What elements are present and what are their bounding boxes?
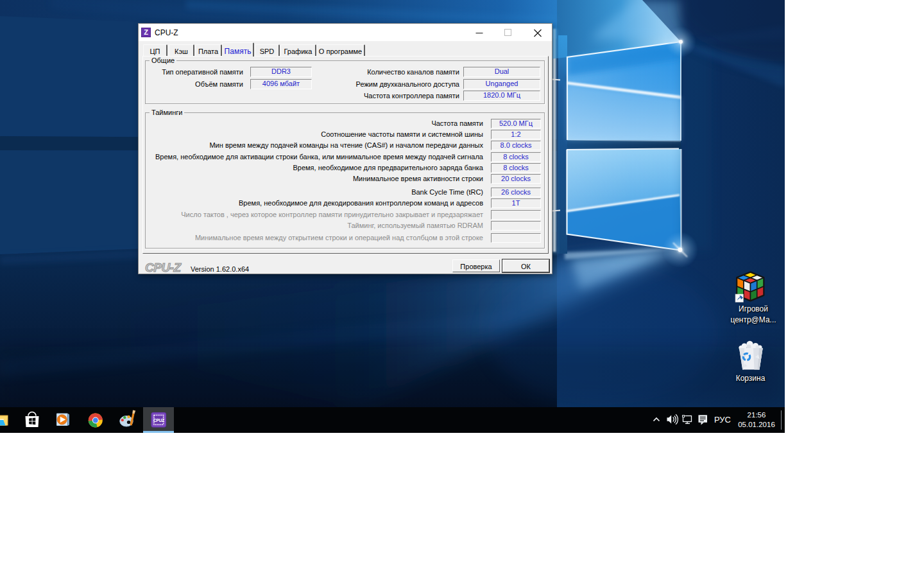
svg-text:CPUZ: CPUZ [153, 418, 164, 423]
